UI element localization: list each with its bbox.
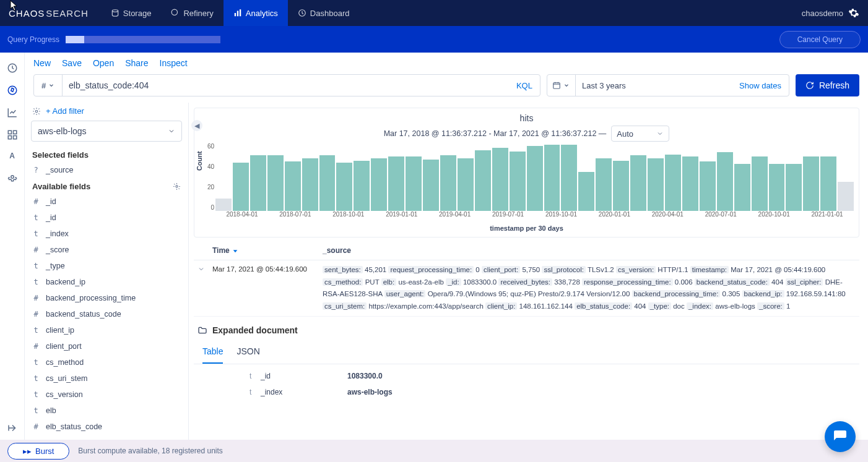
bar[interactable] <box>596 158 612 211</box>
field-item[interactable]: telb <box>31 403 182 419</box>
expand-row-icon[interactable] <box>197 264 212 274</box>
bar[interactable] <box>458 158 474 211</box>
calendar-toggle[interactable] <box>547 75 576 96</box>
bar[interactable] <box>388 156 404 211</box>
settings-icon[interactable] <box>7 171 18 182</box>
refresh-button[interactable]: Refresh <box>796 74 859 96</box>
bar[interactable] <box>665 155 681 211</box>
bar[interactable] <box>336 163 352 211</box>
field-item[interactable]: #client_port <box>31 338 182 354</box>
show-dates-link[interactable]: Show dates <box>732 81 789 90</box>
field-item[interactable]: #_score <box>31 242 182 258</box>
bar[interactable] <box>700 161 716 211</box>
bar[interactable] <box>838 182 854 211</box>
menu-inspect[interactable]: Inspect <box>160 58 188 68</box>
bar[interactable] <box>423 160 439 211</box>
refresh-icon <box>805 81 814 90</box>
bar[interactable] <box>233 163 249 211</box>
col-time[interactable]: Time <box>212 246 323 255</box>
bar[interactable] <box>630 155 646 211</box>
burst-label: Burst <box>35 447 54 456</box>
field-item[interactable]: tcs_version <box>31 387 182 403</box>
field-item[interactable]: t_id <box>31 210 182 226</box>
refresh-label: Refresh <box>819 80 849 90</box>
bar[interactable] <box>734 164 750 211</box>
menu-new[interactable]: New <box>33 58 51 68</box>
bar[interactable] <box>440 155 456 211</box>
bar[interactable] <box>267 155 284 211</box>
fields-gear-icon[interactable] <box>173 182 181 190</box>
menu-save[interactable]: Save <box>62 58 82 68</box>
add-filter-link[interactable]: + Add filter <box>46 106 84 116</box>
chat-bubble-icon[interactable] <box>825 421 856 452</box>
field-item[interactable]: #elb_status_code <box>31 419 182 435</box>
field-item[interactable]: #backend_status_code <box>31 306 182 322</box>
fields-sidebar: + Add filter aws-elb-logs Selected field… <box>25 103 189 440</box>
tab-table[interactable]: Table <box>202 343 223 364</box>
chevron-down-icon <box>48 82 54 88</box>
bar[interactable] <box>717 152 733 211</box>
field-item[interactable]: ?_source <box>31 162 182 178</box>
filter-gear-icon[interactable] <box>32 107 41 116</box>
letter-a-icon[interactable]: A <box>9 152 15 160</box>
cancel-query-button[interactable]: Cancel Query <box>779 31 861 48</box>
bar[interactable] <box>544 145 560 211</box>
bar[interactable] <box>319 155 336 211</box>
bar[interactable] <box>561 145 577 211</box>
compass-icon[interactable] <box>7 85 18 96</box>
bar[interactable] <box>648 158 664 211</box>
menu-share[interactable]: Share <box>125 58 148 68</box>
burst-button[interactable]: ▸▸ Burst <box>7 443 69 460</box>
bar[interactable] <box>250 155 266 211</box>
bar[interactable] <box>578 172 594 211</box>
field-item[interactable]: tclient_ip <box>31 322 182 338</box>
bar[interactable] <box>492 148 508 211</box>
field-item[interactable]: #_id <box>31 194 182 210</box>
bar[interactable] <box>527 146 543 211</box>
query-type-toggle[interactable]: # <box>34 75 63 96</box>
index-pattern-select[interactable]: aws-elb-logs <box>31 121 182 142</box>
bar[interactable] <box>803 156 819 211</box>
gear-icon[interactable] <box>848 7 859 19</box>
bar[interactable] <box>285 161 301 211</box>
query-input[interactable]: # elb_status_code:404 KQL <box>33 74 540 96</box>
bar[interactable] <box>786 164 802 211</box>
bar[interactable] <box>820 156 836 211</box>
kql-toggle[interactable]: KQL <box>509 81 540 90</box>
grid-icon[interactable] <box>7 129 18 140</box>
bar[interactable] <box>752 156 768 211</box>
table-header: Time _source <box>194 241 859 260</box>
field-item[interactable]: t_index <box>31 226 182 242</box>
collapse-sidebar-icon[interactable]: ◀ <box>191 120 202 131</box>
collapse-rail-icon[interactable] <box>7 422 18 434</box>
field-item[interactable]: t_type <box>31 258 182 274</box>
clock-icon[interactable] <box>7 62 18 74</box>
bar[interactable] <box>613 161 629 211</box>
svg-point-14 <box>176 186 178 187</box>
bar[interactable] <box>682 156 698 211</box>
bar[interactable] <box>371 158 387 211</box>
left-rail: A <box>0 53 25 440</box>
bar[interactable] <box>475 150 491 211</box>
bar[interactable] <box>406 156 422 211</box>
bar[interactable] <box>769 164 785 211</box>
chart-icon[interactable] <box>7 107 18 118</box>
field-item[interactable]: tbackend_ip <box>31 274 182 290</box>
interval-select[interactable]: Auto <box>611 126 669 142</box>
nav-storage[interactable]: Storage <box>101 0 162 26</box>
nav-refinery[interactable]: Refinery <box>161 0 223 26</box>
nav-dashboard[interactable]: Dashboard <box>288 0 360 26</box>
menu-open[interactable]: Open <box>93 58 114 68</box>
bar[interactable] <box>302 158 318 211</box>
chevron-down-icon <box>656 130 664 137</box>
nav-analytics[interactable]: Analytics <box>224 0 288 26</box>
footer: ▸▸ Burst Burst compute available, 18 reg… <box>0 440 868 462</box>
field-item[interactable]: #backend_processing_time <box>31 290 182 306</box>
field-item[interactable]: tcs_method <box>31 354 182 370</box>
time-picker[interactable]: Last 3 years Show dates <box>547 74 789 96</box>
tab-json[interactable]: JSON <box>237 343 259 364</box>
bar[interactable] <box>510 152 526 211</box>
field-item[interactable]: tcs_uri_stem <box>31 370 182 387</box>
bar[interactable] <box>354 161 370 211</box>
bar[interactable] <box>215 199 232 211</box>
